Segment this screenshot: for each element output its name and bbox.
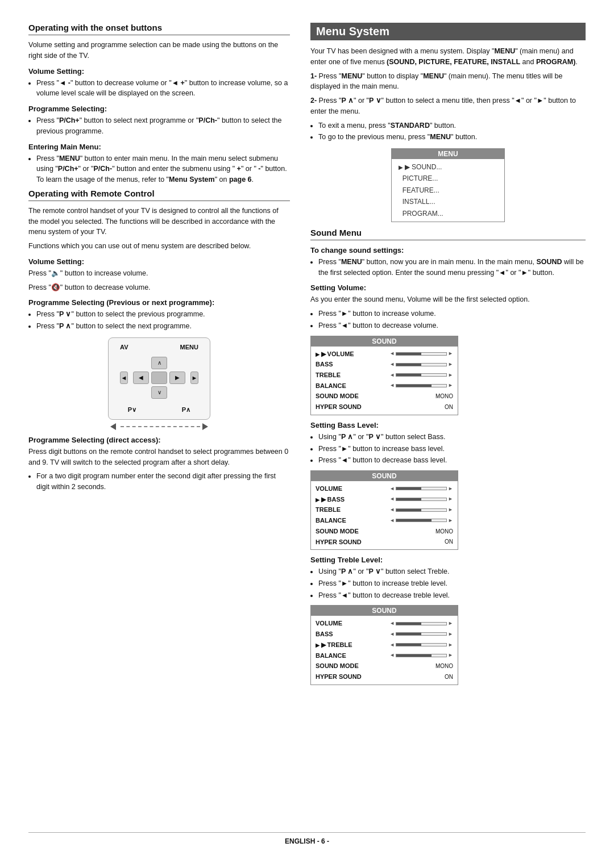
bar-right-arrow: ► — [448, 506, 453, 514]
sound-row-label: ▶ BASS — [316, 494, 367, 505]
page: Operating with the onset buttons Volume … — [0, 0, 614, 868]
sound-row-value: ON — [445, 537, 453, 546]
sound-row-value: ◄ ► — [389, 360, 453, 369]
menu-item-sound: ▶ SOUND... — [399, 161, 497, 173]
volume-setting-title: Volume Setting: — [28, 67, 290, 76]
bar-fill — [396, 385, 432, 387]
bar-left-arrow: ◄ — [389, 495, 395, 503]
step2-text: 2- Press "P ∧" or "P ∨" button to select… — [310, 95, 586, 117]
sound-row-label: SOUND MODE — [316, 526, 367, 537]
sound-row-label: SOUND MODE — [316, 391, 367, 402]
entering-main-menu-text: Press "MENU" button to enter main menu. … — [36, 153, 290, 185]
bar-left-arrow: ◄ — [389, 485, 395, 493]
sound-row-value: ◄ ► — [389, 619, 453, 628]
dpad-right[interactable]: ▶ — [169, 372, 185, 384]
remote-diagram: AV MENU ◄ ∧ ◀ ▶ ∨ — [28, 337, 290, 430]
sound-box3-title: SOUND — [311, 606, 458, 616]
bar-track — [396, 632, 447, 636]
bar-track — [396, 384, 447, 387]
sound-row-label: BALANCE — [316, 515, 367, 526]
bar-left-arrow: ◄ — [389, 506, 395, 514]
bar-track — [396, 373, 447, 377]
bar-fill — [396, 364, 421, 366]
bar-right-arrow: ► — [448, 516, 453, 525]
sound-box1-title: SOUND — [311, 336, 458, 347]
sound-box-2: SOUND VOLUME◄ ►▶ BASS◄ ►TREBLE◄ ►BALANCE… — [310, 470, 458, 550]
sound-row: BALANCE◄ ► — [316, 381, 453, 391]
bar-fill — [396, 374, 421, 376]
sound-row: HYPER SOUNDON — [316, 402, 453, 412]
sound-row-value: ◄ ► — [389, 371, 453, 379]
exit-text: To exit a menu, press "STANDARD" button. — [318, 120, 586, 131]
sound-box2-rows: VOLUME◄ ►▶ BASS◄ ►TREBLE◄ ►BALANCE◄ — [311, 481, 458, 549]
sound-box-1: SOUND ▶ VOLUME◄ ►BASS◄ ►TREBLE◄ ►BALANCE… — [310, 336, 458, 415]
bar-left-arrow: ◄ — [389, 371, 395, 379]
bar-track — [396, 508, 447, 512]
vol-decrease-text: Press "🔇" button to decrease volume. — [28, 282, 290, 293]
bar-fill — [396, 353, 421, 355]
p-down-label: P∨ — [128, 406, 136, 414]
bass-increase-text: Press "►" button to increase bass level. — [318, 444, 586, 454]
left-arrow-icon — [110, 423, 116, 430]
sound-box-3: SOUND VOLUME◄ ►BASS◄ ►▶ TREBLE◄ ►BALANCE… — [310, 605, 458, 685]
vol-plus-btn[interactable]: ► — [190, 372, 198, 384]
bar-left-arrow: ◄ — [389, 651, 395, 660]
intro-p1: Your TV has been designed with a menu sy… — [310, 46, 586, 68]
sound-row: BASS◄ ► — [316, 629, 453, 640]
sound-row-label: BASS — [316, 629, 367, 640]
prog-next-text: Press "P ∧" button to select the next pr… — [36, 321, 290, 332]
bar-track — [396, 498, 447, 501]
sound-row: SOUND MODEMONO — [316, 526, 453, 537]
bar-track — [396, 352, 447, 356]
bar-track — [396, 363, 447, 366]
sound-row-value: ◄ ► — [389, 495, 453, 503]
sound-row: BALANCE◄ ► — [316, 650, 453, 661]
sound-row-value: ◄ ► — [389, 381, 453, 390]
sound-row: VOLUME◄ ► — [316, 483, 453, 494]
bar-right-arrow: ► — [448, 619, 453, 628]
sound-row: ▶ BASS◄ ► — [316, 494, 453, 505]
bar-track — [396, 487, 447, 490]
sound-row: HYPER SOUNDON — [316, 671, 453, 682]
right-column: Menu System Your TV has been designed wi… — [310, 23, 586, 821]
bar-track — [396, 519, 447, 522]
section1-title: Operating with the onset buttons — [28, 23, 290, 35]
sound-row-label: HYPER SOUND — [316, 402, 367, 412]
sound-row: SOUND MODEMONO — [316, 391, 453, 402]
prog-direct-title: Programme Selecting (direct access): — [28, 436, 290, 444]
bar-right-arrow: ► — [448, 485, 453, 493]
bar-fill — [396, 644, 421, 646]
sound-row-label: HYPER SOUND — [316, 671, 367, 682]
bar-track — [396, 643, 447, 646]
sound-row: ▶ TREBLE◄ ► — [316, 640, 453, 650]
setting-volume-title: Setting Volume: — [310, 283, 586, 292]
treble-decrease-text: Press "◄" button to decrease treble leve… — [318, 590, 586, 601]
dpad-down[interactable]: ∨ — [151, 386, 167, 399]
vol-setting-title: Volume Setting: — [28, 257, 290, 266]
sound-row: SOUND MODEMONO — [316, 661, 453, 671]
volume-setting-text: Press "◄ -" button to decrease volume or… — [36, 78, 290, 99]
left-column: Operating with the onset buttons Volume … — [28, 23, 290, 821]
sound-row-value: ◄ ► — [389, 506, 453, 514]
menu-item-install: INSTALL... — [399, 196, 497, 207]
sound-row-label: SOUND MODE — [316, 661, 367, 671]
dpad-left[interactable]: ◀ — [133, 372, 149, 384]
prog-prev-text: Press "P ∨" button to select the previou… — [36, 309, 290, 320]
bar-right-arrow: ► — [448, 651, 453, 660]
remote-av-label: AV — [120, 344, 128, 350]
main-menu-title: MENU — [392, 149, 504, 159]
sound-menu-title: Sound Menu — [310, 228, 586, 240]
bass-decrease-text: Press "◄" button to decrease bass level. — [318, 455, 586, 466]
dpad-center[interactable] — [151, 372, 167, 384]
vol-minus-btn[interactable]: ◄ — [120, 372, 128, 384]
sound-row-value: ◄ ► — [389, 349, 453, 358]
dpad-up[interactable]: ∧ — [151, 357, 167, 369]
sound-row-label: BALANCE — [316, 650, 367, 661]
treble-increase-text: Press "►" button to increase treble leve… — [318, 578, 586, 589]
bar-right-arrow: ► — [448, 349, 453, 358]
sound-row-value: MONO — [435, 527, 453, 536]
prog-sel-title: Programme Selecting (Previous or next pr… — [28, 298, 290, 307]
menu-item-program: PROGRAM... — [399, 208, 497, 219]
main-menu-box: MENU ▶ SOUND... PICTURE... FEATURE... IN… — [391, 148, 505, 222]
section2-title: Operating with Remote Control — [28, 189, 290, 201]
